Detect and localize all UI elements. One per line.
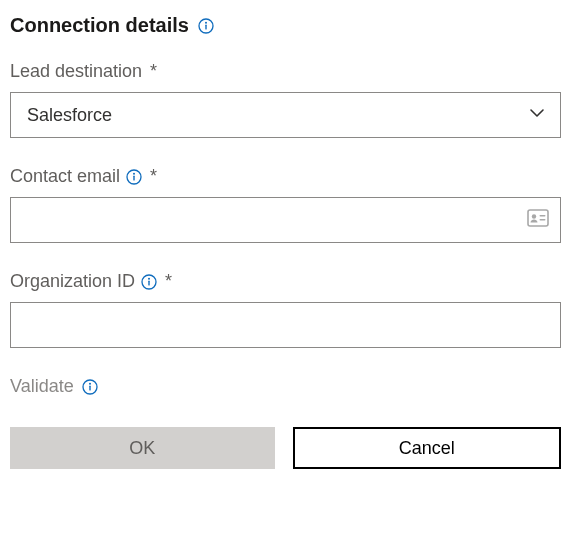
svg-point-7 xyxy=(532,214,536,218)
svg-rect-2 xyxy=(205,24,206,29)
lead-destination-select[interactable]: Salesforce xyxy=(10,92,561,138)
organization-id-input-wrap xyxy=(10,302,561,348)
lead-destination-label: Lead destination * xyxy=(10,61,561,82)
ok-button[interactable]: OK xyxy=(10,427,275,469)
svg-rect-9 xyxy=(540,219,546,221)
required-indicator: * xyxy=(165,271,172,292)
section-title: Connection details xyxy=(10,14,561,37)
cancel-button-label: Cancel xyxy=(399,438,455,459)
svg-rect-15 xyxy=(89,385,90,390)
required-indicator: * xyxy=(150,166,157,187)
lead-destination-label-text: Lead destination xyxy=(10,61,142,82)
organization-id-label: Organization ID * xyxy=(10,271,561,292)
organization-id-input[interactable] xyxy=(10,302,561,348)
svg-point-1 xyxy=(205,21,207,23)
button-row: OK Cancel xyxy=(10,427,561,469)
svg-point-14 xyxy=(89,382,91,384)
contact-email-field: Contact email * xyxy=(10,166,561,243)
svg-point-4 xyxy=(133,172,135,174)
svg-rect-12 xyxy=(148,280,149,285)
cancel-button[interactable]: Cancel xyxy=(293,427,562,469)
section-title-text: Connection details xyxy=(10,14,189,37)
lead-destination-value: Salesforce xyxy=(27,105,112,126)
contact-card-icon xyxy=(527,209,549,231)
organization-id-label-text: Organization ID xyxy=(10,271,135,292)
validate-label: Validate xyxy=(10,376,74,397)
required-indicator: * xyxy=(150,61,157,82)
info-icon[interactable] xyxy=(198,18,214,34)
svg-rect-8 xyxy=(540,215,546,217)
contact-email-input-wrap xyxy=(10,197,561,243)
svg-rect-5 xyxy=(133,175,134,180)
lead-destination-select-wrap: Salesforce xyxy=(10,92,561,138)
info-icon[interactable] xyxy=(141,274,157,290)
svg-point-11 xyxy=(148,277,150,279)
info-icon[interactable] xyxy=(126,169,142,185)
lead-destination-field: Lead destination * Salesforce xyxy=(10,61,561,138)
contact-email-label: Contact email * xyxy=(10,166,561,187)
ok-button-label: OK xyxy=(129,438,155,459)
info-icon[interactable] xyxy=(82,379,98,395)
svg-rect-6 xyxy=(528,210,548,226)
validate-link[interactable]: Validate xyxy=(10,376,561,397)
contact-email-input[interactable] xyxy=(10,197,561,243)
contact-email-label-text: Contact email xyxy=(10,166,120,187)
organization-id-field: Organization ID * xyxy=(10,271,561,348)
